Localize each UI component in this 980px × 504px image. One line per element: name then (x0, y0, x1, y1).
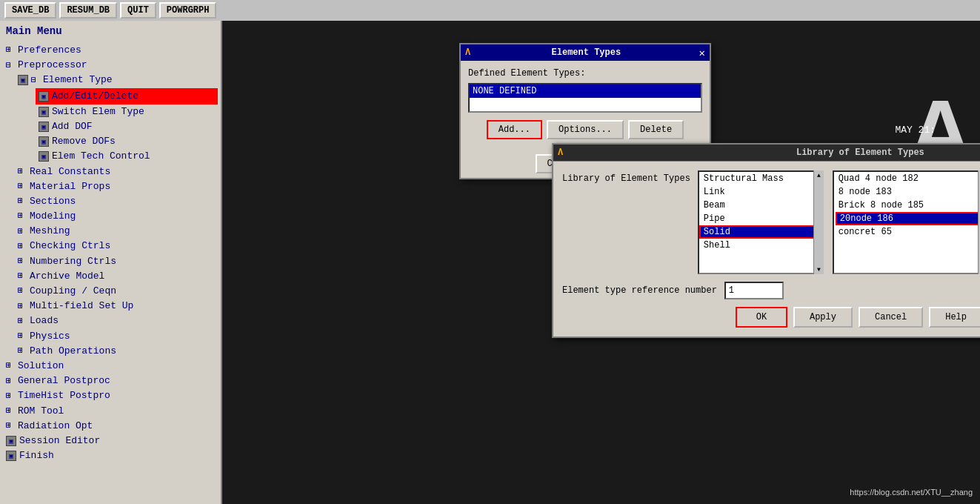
pipe-item[interactable]: Pipe (699, 212, 822, 225)
top-toolbar: SAVE_DB RESUM_DB QUIT POWRGRPH (0, 0, 980, 21)
menu-elem-tech-control[interactable]: ▣ Elem Tech Control (36, 149, 218, 164)
quad-4node-item[interactable]: Quad 4 node 182 (834, 172, 980, 185)
menu-preferences[interactable]: ⊞ Preferences (3, 43, 218, 58)
expand-icon: ⊞ (6, 376, 15, 387)
element-listbox[interactable]: Quad 4 node 182 8 node 183 Brick 8 node … (833, 170, 980, 274)
menu-label: Radiation Opt (18, 420, 93, 433)
scrollbar-left[interactable]: ▲ ▼ (813, 170, 824, 274)
menu-modeling[interactable]: ⊞ Modeling (15, 209, 218, 224)
menu-label: Meshing (30, 225, 70, 238)
menu-multi-field[interactable]: ⊞ Multi-field Set Up (15, 299, 218, 314)
expand-icon: ⊞ (18, 256, 27, 267)
menu-finish[interactable]: ▣ Finish (3, 448, 218, 463)
add-button[interactable]: Add... (487, 120, 542, 139)
menu-label: TimeHist Postpro (18, 389, 110, 402)
menu-icon: ▣ (39, 151, 49, 162)
apply-button[interactable]: Apply (793, 307, 853, 328)
menu-label: Loads (30, 314, 59, 328)
concret-65-item[interactable]: concret 65 (834, 225, 980, 239)
8node-item[interactable]: 8 node 183 (834, 185, 980, 199)
expand-icon: ⊞ (6, 391, 15, 402)
20node-186-item[interactable]: 20node 186 (836, 212, 980, 225)
expand-icon: ⊞ (18, 316, 27, 327)
menu-label: Preferences (18, 44, 81, 57)
menu-icon: ▣ (6, 451, 16, 461)
shell-item[interactable]: Shell (699, 239, 822, 252)
powrgrph-button[interactable]: POWRGRPH (159, 2, 217, 19)
menu-remove-dofs[interactable]: ▣ Remove DOFs (36, 134, 218, 149)
menu-icon: ▣ (39, 91, 49, 102)
menu-archive-model[interactable]: ⊞ Archive Model (15, 269, 218, 284)
help-button[interactable]: Help (929, 307, 980, 328)
menu-real-constants[interactable]: ⊞ Real Constants (15, 165, 218, 179)
menu-label: Multi-field Set Up (30, 299, 133, 313)
menu-element-type[interactable]: ▣ ⊟ Element Type (15, 73, 218, 87)
dialog-title-text: Element Types (552, 47, 621, 58)
dialog-title-icon: Λ (465, 47, 470, 58)
menu-icon: ▣ (18, 75, 28, 85)
menu-add-dof[interactable]: ▣ Add DOF (36, 119, 218, 134)
cancel-button[interactable]: Cancel (859, 307, 923, 328)
menu-icon: ▣ (39, 136, 49, 147)
library-titlebar: Λ Library of Element Types ✕ (553, 145, 980, 162)
menu-timehist[interactable]: ⊞ TimeHist Postpro (3, 388, 218, 403)
library-body: Library of Element Types Structural Mass… (553, 162, 980, 336)
menu-label: Element Type (43, 73, 113, 87)
ok-button[interactable]: OK (736, 307, 787, 328)
menu-numbering-ctrls[interactable]: ⊞ Numbering Ctrls (15, 254, 218, 269)
menu-sub2: ▣ Add/Edit/Delete ▣ Switch Elem Type ▣ A… (36, 88, 218, 165)
solid-item[interactable]: Solid (699, 225, 822, 239)
dialog-close-button[interactable]: ✕ (699, 47, 705, 59)
library-lists: Structural Mass Link Beam Pipe Solid She… (698, 170, 980, 274)
expand-icon: ⊟ (6, 60, 15, 71)
brick-8node-item[interactable]: Brick 8 node 185 (834, 199, 980, 212)
expand-icon: ⊞ (18, 301, 27, 312)
menu-rom-tool[interactable]: ⊞ ROM Tool (3, 404, 218, 419)
menu-label: Add DOF (52, 120, 93, 133)
menu-preprocessor[interactable]: ⊟ Preprocessor (3, 58, 218, 73)
menu-label: Session Editor (19, 434, 100, 448)
expand-icon: ⊟ (31, 75, 40, 86)
menu-sections[interactable]: ⊞ Sections (15, 194, 218, 209)
menu-solution[interactable]: ⊞ Solution (3, 359, 218, 374)
main-content: Main Menu ⊞ Preferences ⊟ Preprocessor ▣… (0, 21, 980, 504)
menu-add-edit-delete[interactable]: ▣ Add/Edit/Delete (36, 88, 218, 105)
menu-label: Switch Elem Type (52, 105, 144, 119)
menu-radiation-opt[interactable]: ⊞ Radiation Opt (3, 419, 218, 434)
menu-session-editor[interactable]: ▣ Session Editor (3, 434, 218, 448)
none-defined-item[interactable]: NONE DEFINED (470, 84, 701, 98)
menu-label: Archive Model (30, 270, 104, 283)
expand-icon: ⊞ (6, 44, 15, 56)
menu-physics[interactable]: ⊞ Physics (15, 329, 218, 344)
quit-button[interactable]: QUIT (120, 2, 156, 19)
menu-path-operations[interactable]: ⊞ Path Operations (15, 344, 218, 359)
structural-mass-item[interactable]: Structural Mass (699, 172, 822, 185)
menu-coupling-ceqn[interactable]: ⊞ Coupling / Ceqn (15, 284, 218, 299)
save-db-button[interactable]: SAVE_DB (4, 2, 56, 19)
resum-db-button[interactable]: RESUM_DB (59, 2, 117, 19)
menu-sub-element-type: ▣ ⊟ Element Type ▣ Add/Edit/Delete ▣ Swi… (15, 73, 218, 164)
category-listbox[interactable]: Structural Mass Link Beam Pipe Solid She… (698, 170, 824, 274)
dialog-body: Defined Element Types: NONE DEFINED Add.… (461, 61, 710, 147)
delete-button[interactable]: Delete (628, 120, 684, 139)
defined-types-listbox[interactable]: NONE DEFINED (468, 83, 702, 113)
menu-checking-ctrls[interactable]: ⊞ Checking Ctrls (15, 239, 218, 253)
expand-icon: ⊞ (18, 166, 27, 177)
menu-icon: ▣ (39, 107, 49, 117)
menu-section: ⊞ Preferences ⊟ Preprocessor ▣ ⊟ Element… (3, 43, 218, 463)
ref-number-input[interactable] (724, 282, 784, 299)
options-button[interactable]: Options... (547, 120, 624, 139)
link-item[interactable]: Link (699, 185, 822, 199)
menu-switch-elem-type[interactable]: ▣ Switch Elem Type (36, 105, 218, 119)
menu-loads[interactable]: ⊞ Loads (15, 314, 218, 328)
ref-number-row: Element type reference number (562, 282, 980, 299)
menu-label: Preprocessor (18, 59, 87, 72)
menu-general-postproc[interactable]: ⊞ General Postproc (3, 374, 218, 388)
date-text: MAY 21: (895, 125, 936, 136)
menu-label: ROM Tool (18, 405, 64, 418)
menu-material-props[interactable]: ⊞ Material Props (15, 179, 218, 194)
menu-label: Elem Tech Control (52, 150, 150, 163)
menu-label: Coupling / Ceqn (30, 285, 116, 298)
beam-item[interactable]: Beam (699, 199, 822, 212)
menu-meshing[interactable]: ⊞ Meshing (15, 224, 218, 239)
